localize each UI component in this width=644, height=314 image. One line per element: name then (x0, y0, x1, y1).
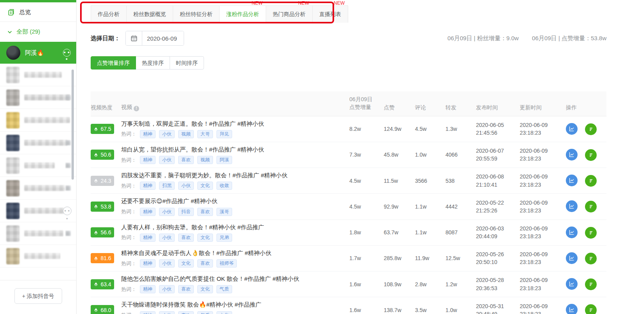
table-row[interactable]: 24.3四肢发达不重要，脑子聪明更为妙。散会！#作品推广 #精神小伙热词：精神扫… (91, 168, 606, 194)
sidebar-item-redacted[interactable] (0, 177, 76, 200)
keyword-tag[interactable]: 精神 (140, 182, 156, 190)
sort-like-increment-button[interactable]: 点赞增量排序 (91, 56, 136, 70)
tab-hot-products-analysis[interactable]: 热门商品分析NEW (266, 5, 313, 23)
keyword-tag[interactable]: 小伙 (178, 182, 194, 190)
table-row[interactable]: 50.6坦白从宽，望你抗拒从严。散会！#作品推广 #精神小伙热词：精神小伙喜欢视… (91, 142, 606, 168)
detail-list-button[interactable] (585, 149, 597, 161)
keyword-tag[interactable]: 气质 (197, 311, 213, 314)
trend-chart-button[interactable] (566, 123, 578, 135)
keyword-tag[interactable]: 文化 (197, 234, 213, 242)
tab-fans-data-overview[interactable]: 粉丝数据概览 (126, 5, 173, 23)
trend-chart-button[interactable] (566, 278, 578, 290)
video-title[interactable]: 坦白从宽，望你抗拒从严。散会！#作品推广 #精神小伙 (121, 146, 344, 153)
sidebar-group-all[interactable]: 全部 (29) (0, 22, 76, 42)
sidebar-item-overview[interactable]: 总览 (0, 2, 76, 21)
detail-list-button[interactable] (585, 201, 597, 212)
sidebar-item-redacted[interactable] (0, 64, 76, 86)
sidebar-scrollbar[interactable] (72, 70, 74, 180)
keyword-tag[interactable]: 小伙 (159, 208, 175, 216)
keyword-tag[interactable]: 视频 (178, 130, 194, 138)
keyword-tag[interactable]: 精神 (140, 130, 156, 138)
trend-chart-button[interactable] (566, 252, 578, 264)
keyword-tag[interactable]: 小伙 (159, 130, 175, 138)
trend-chart-button[interactable] (566, 149, 578, 161)
tab-live-list[interactable]: 直播列表NEW (312, 5, 348, 23)
trend-chart-button[interactable] (566, 304, 578, 314)
tab-fans-feature-analysis[interactable]: 粉丝特征分析 (173, 5, 220, 23)
keyword-tag[interactable]: 视频 (197, 156, 213, 164)
keyword-tag[interactable]: 兄弟 (216, 234, 232, 242)
video-title[interactable]: 随他怎么陷害嫉妒自己的气质要提住 OK 散会！#作品推广 #精神小伙 (121, 275, 344, 283)
keyword-tag[interactable]: 喜欢 (178, 311, 194, 314)
keyword-tag[interactable]: 文化 (197, 285, 213, 293)
table-row[interactable]: 56.6人要有人样，别和狗去犟。散会！#精神小伙 #作品推广热词：精神小伙喜欢文… (91, 220, 606, 246)
keyword-tag[interactable]: 祖师爷 (216, 259, 237, 268)
video-title[interactable]: 精神来自灵魂不是动手伤人👌散会！#作品推广 #精神小伙 (121, 249, 344, 257)
trend-chart-button[interactable] (566, 200, 578, 212)
keyword-tag[interactable]: 小伙 (159, 259, 175, 268)
table-row[interactable]: 53.8还要不要展示😊#作品推广 #精神小伙热词：精神小伙抖音喜欢溪哥4.5w9… (91, 194, 606, 219)
detail-list-button[interactable] (585, 278, 597, 290)
video-title[interactable]: 人要有人样，别和狗去犟。散会！#精神小伙 #作品推广 (121, 223, 344, 231)
video-title[interactable]: 还要不要展示😊#作品推广 #精神小伙 (121, 197, 344, 205)
sidebar-item-redacted[interactable] (0, 222, 76, 245)
keyword-tag[interactable]: 小伙 (159, 311, 175, 314)
calendar-button[interactable] (126, 31, 142, 45)
video-title[interactable]: 天干物燥请随时保持微笑 散会🔥#精神小伙 #作品推广 (121, 301, 344, 309)
sidebar-item-redacted[interactable] (0, 154, 76, 177)
keyword-tag[interactable]: 精神 (140, 208, 156, 216)
sidebar-item-account-active[interactable]: 阿溪🔥 ● ● ● (0, 42, 76, 64)
keyword-tag[interactable]: 扫黑 (159, 182, 175, 190)
keyword-tag[interactable]: 喜欢 (178, 285, 194, 293)
sidebar-item-redacted[interactable] (0, 109, 76, 132)
tab-works-analysis[interactable]: 作品分析 (91, 5, 127, 23)
keyword-tag[interactable]: 喜欢 (178, 234, 194, 242)
table-row[interactable]: 81.6精神来自灵魂不是动手伤人👌散会！#作品推广 #精神小伙热词：精神小伙文化… (91, 246, 606, 271)
keyword-tag[interactable]: 抖音 (178, 208, 194, 216)
keyword-tag[interactable]: 小伙 (159, 234, 175, 242)
keyword-tag[interactable]: 精神 (140, 311, 156, 314)
keyword-tag[interactable]: 阿溪 (216, 156, 232, 164)
add-douyin-account-button[interactable]: + 添加抖音号 (14, 288, 62, 304)
video-title[interactable]: 四肢发达不重要，脑子聪明更为妙。散会！#作品推广 #精神小伙 (121, 171, 344, 179)
keyword-tag[interactable]: 小伙 (159, 156, 175, 164)
sort-time-button[interactable]: 时间排序 (170, 56, 204, 70)
keyword-tag[interactable]: 大哥 (197, 130, 213, 138)
sort-heat-button[interactable]: 热度排序 (136, 56, 170, 70)
table-row[interactable]: 67.5万事天制造，双脚走正道。散会！#作品推广 #精神小伙热词：精神小伙视频大… (91, 116, 606, 142)
tab-fans-growth-works-analysis[interactable]: 涨粉作品分析NEW (219, 5, 266, 23)
detail-list-button[interactable] (585, 175, 597, 187)
info-icon[interactable]: ! (134, 106, 139, 111)
video-title[interactable]: 万事天制造，双脚走正道。散会！#作品推广 #精神小伙 (121, 120, 344, 128)
detail-list-button[interactable] (585, 227, 597, 239)
keyword-tag[interactable]: 文化 (178, 259, 194, 268)
sidebar-item-redacted[interactable] (0, 245, 76, 268)
keyword-tag[interactable]: 拜见 (216, 130, 232, 138)
keyword-tag[interactable]: 精神 (140, 156, 156, 164)
detail-list-button[interactable] (585, 253, 597, 264)
keyword-tag[interactable]: 收敛 (216, 182, 232, 190)
keyword-tag[interactable]: 文化 (197, 182, 213, 190)
detail-list-button[interactable] (585, 123, 597, 135)
sidebar-item-redacted[interactable]: ● ● ● (0, 200, 76, 222)
keyword-tag[interactable]: 精神 (140, 285, 156, 293)
keyword-tag[interactable]: 喜欢 (178, 156, 194, 164)
keyword-tag[interactable]: 精神 (140, 259, 156, 268)
date-input[interactable] (142, 31, 184, 45)
keyword-tag[interactable]: 溪哥 (216, 208, 232, 216)
sidebar-item-redacted[interactable] (0, 132, 76, 154)
account-more-icon[interactable]: ● ● ● (63, 49, 71, 57)
more-icon[interactable]: ● ● ● (63, 207, 72, 215)
keyword-tag[interactable]: 小伙 (159, 285, 175, 293)
keyword-tag[interactable]: 文化 (216, 311, 232, 314)
keyword-tag[interactable]: 气质 (216, 285, 232, 293)
trend-chart-button[interactable] (566, 175, 578, 186)
table-row[interactable]: 68.0天干物燥请随时保持微笑 散会🔥#精神小伙 #作品推广热词：精神小伙喜欢气… (91, 297, 606, 314)
keyword-tag[interactable]: 喜欢 (197, 259, 213, 268)
trend-chart-button[interactable] (566, 227, 578, 238)
detail-list-button[interactable] (585, 304, 597, 314)
keyword-tag[interactable]: 精神 (140, 234, 156, 242)
table-row[interactable]: 63.4随他怎么陷害嫉妒自己的气质要提住 OK 散会！#作品推广 #精神小伙热词… (91, 271, 606, 297)
keyword-tag[interactable]: 喜欢 (197, 208, 213, 216)
sidebar-item-redacted[interactable] (0, 86, 76, 109)
